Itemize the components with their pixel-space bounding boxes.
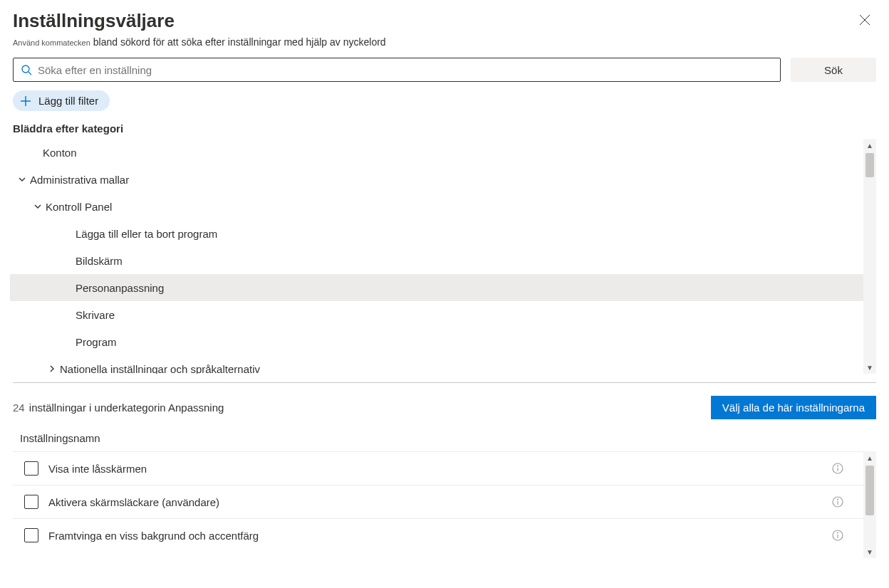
page-subtitle: Använd kommatecken bland sökord för att … <box>13 36 876 48</box>
chevron-right-icon[interactable] <box>44 364 60 373</box>
close-button[interactable] <box>856 11 873 28</box>
category-tree: KontonAdministrativa mallarKontroll Pane… <box>10 139 876 374</box>
setting-label: Framtvinga en viss bakgrund och accentfä… <box>48 530 259 542</box>
checkbox[interactable] <box>24 528 38 542</box>
browse-heading: Bläddra efter kategori <box>13 122 876 135</box>
settings-picker-panel: Inställningsväljare Använd kommatecken b… <box>0 0 889 588</box>
svg-point-2 <box>22 65 29 73</box>
tree-item[interactable]: Nationella inställningar och språkaltern… <box>10 355 876 374</box>
tree-item-label: Administrativa mallar <box>30 174 129 186</box>
tree-item[interactable]: Kontroll Panel <box>10 193 876 220</box>
search-button[interactable]: Sök <box>791 58 876 82</box>
tree-item[interactable]: Skrivare <box>10 301 876 328</box>
info-icon[interactable] <box>832 496 843 508</box>
settings-list-wrap: Visa inte låsskärmenAktivera skärmsläcka… <box>13 451 876 558</box>
checkbox[interactable] <box>24 461 38 476</box>
svg-point-14 <box>838 532 838 533</box>
tree-item-label: Nationella inställningar och språkaltern… <box>60 363 260 374</box>
info-icon[interactable] <box>832 463 843 474</box>
page-title: Inställningsväljare <box>13 10 876 32</box>
plus-icon <box>20 95 31 107</box>
divider <box>13 382 876 383</box>
add-filter-label: Lägg till filter <box>38 95 98 107</box>
svg-line-3 <box>28 72 31 75</box>
tree-item-label: Lägga till eller ta bort program <box>76 228 217 240</box>
setting-label: Aktivera skärmsläckare (användare) <box>48 496 219 508</box>
count-text: 24 inställningar i underkategorin Anpass… <box>13 401 224 414</box>
search-row: Sök <box>13 58 876 82</box>
tree-item[interactable]: Personanpassning <box>10 274 876 301</box>
tree-item[interactable]: Lägga till eller ta bort program <box>10 220 876 247</box>
tree-item-label: Personanpassning <box>76 282 164 294</box>
search-icon <box>21 64 32 75</box>
scroll-up-icon[interactable]: ▲ <box>863 451 876 464</box>
tree-item-label: Bildskärm <box>76 255 123 267</box>
search-box[interactable] <box>13 58 781 82</box>
scroll-thumb[interactable] <box>865 466 874 515</box>
setting-row[interactable]: Visa inte låsskärmen <box>13 451 876 485</box>
setting-row[interactable]: Framtvinga en viss bakgrund och accentfä… <box>13 518 876 552</box>
chevron-down-icon[interactable] <box>30 202 46 211</box>
tree-scrollbar[interactable]: ▲ ▼ <box>863 139 876 374</box>
tree-item[interactable]: Administrativa mallar <box>10 166 876 193</box>
info-icon[interactable] <box>832 530 843 541</box>
tree-item-label: Konton <box>43 147 77 159</box>
scroll-up-icon[interactable]: ▲ <box>863 139 876 152</box>
svg-point-11 <box>838 499 838 500</box>
select-all-button[interactable]: Välj alla de här inställningarna <box>711 396 876 419</box>
close-icon <box>859 14 870 26</box>
count-row: 24 inställningar i underkategorin Anpass… <box>13 396 876 419</box>
chevron-down-icon[interactable] <box>14 175 30 184</box>
add-filter-button[interactable]: Lägg till filter <box>13 90 110 111</box>
tree-item-label: Skrivare <box>76 309 115 321</box>
scroll-thumb[interactable] <box>865 153 874 177</box>
scroll-down-icon[interactable]: ▼ <box>863 361 876 374</box>
column-header-setting-name[interactable]: Inställningsnamn <box>13 432 876 451</box>
settings-list: Visa inte låsskärmenAktivera skärmsläcka… <box>13 451 876 558</box>
tree-item[interactable]: Program <box>10 328 876 355</box>
search-input[interactable] <box>38 64 773 76</box>
svg-point-8 <box>838 466 838 466</box>
checkbox[interactable] <box>24 495 38 509</box>
setting-row[interactable]: Aktivera skärmsläckare (användare) <box>13 485 876 518</box>
tree-item[interactable]: Bildskärm <box>10 247 876 274</box>
tree-item[interactable]: Konton <box>10 139 876 166</box>
setting-label: Visa inte låsskärmen <box>48 463 147 475</box>
scroll-down-icon[interactable]: ▼ <box>863 545 876 558</box>
tree-item-label: Program <box>76 336 117 348</box>
category-tree-wrap: KontonAdministrativa mallarKontroll Pane… <box>13 139 876 374</box>
settings-scrollbar[interactable]: ▲ ▼ <box>863 451 876 558</box>
tree-item-label: Kontroll Panel <box>46 201 112 213</box>
